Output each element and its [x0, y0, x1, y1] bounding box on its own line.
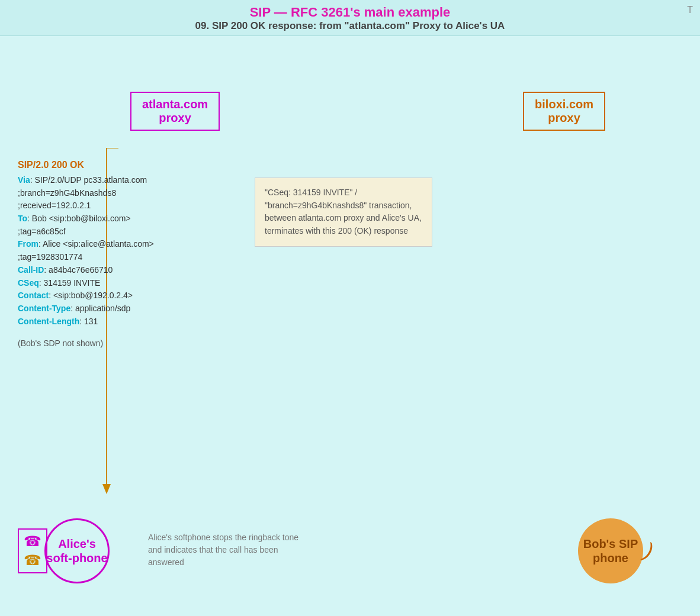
alice-circle: Alice's soft-phone — [44, 518, 110, 583]
alice-description: Alice's softphone stops the ringback ton… — [148, 531, 308, 569]
info-box: "CSeq: 314159 INVITE" / "branch=z9hG4bKn… — [255, 178, 432, 247]
sip-content-length: Content-Length: 131 — [18, 315, 231, 328]
atlanta-proxy-box: atlanta.comproxy — [130, 92, 220, 131]
sip-cseq: CSeq: 314159 INVITE — [18, 277, 231, 290]
biloxi-proxy-box: biloxi.comproxy — [523, 92, 605, 131]
bob-circle: Bob's SIP phone — [578, 518, 643, 583]
alice-softphone: ☎ ☎ Alice's soft-phone — [18, 518, 110, 583]
sip-from: From: Alice <sip:alice@atlanta.com> ;tag… — [18, 238, 231, 263]
sip-status-line: SIP/2.0 200 OK — [18, 160, 231, 170]
atlanta-proxy-label: atlanta.comproxy — [142, 98, 208, 124]
alice-phone-box: ☎ ☎ — [18, 528, 47, 573]
alice-description-text: Alice's softphone stops the ringback ton… — [148, 533, 298, 567]
alice-label: Alice's soft-phone — [46, 537, 108, 565]
corner-label: T — [687, 5, 693, 15]
bob-sip-phone: Bob's SIP phone ) — [578, 518, 653, 583]
svg-marker-1 — [102, 484, 111, 494]
sip-via: Via: SIP/2.0/UDP pc33.atlanta.com ;branc… — [18, 174, 231, 212]
sip-callid: Call-ID: a84b4c76e66710 — [18, 264, 231, 277]
biloxi-proxy-label: biloxi.comproxy — [535, 98, 593, 124]
bob-label: Bob's SIP phone — [578, 537, 643, 565]
info-box-text: "CSeq: 314159 INVITE" / "branch=z9hG4bKn… — [265, 188, 422, 236]
sdp-note: (Bob's SDP not shown) — [18, 338, 231, 348]
sip-message-block: SIP/2.0 200 OK Via: SIP/2.0/UDP pc33.atl… — [18, 160, 231, 348]
page-title: SIP — RFC 3261's main example — [0, 5, 700, 20]
sip-content-type: Content-Type: application/sdp — [18, 302, 231, 315]
header: SIP — RFC 3261's main example 09. SIP 20… — [0, 0, 700, 36]
page-subtitle: 09. SIP 200 OK response: from "atlanta.c… — [0, 20, 700, 32]
alice-phone-icon-top: ☎ — [24, 533, 41, 550]
sip-to: To: Bob <sip:bob@biloxi.com> ;tag=a6c85c… — [18, 212, 231, 238]
sip-contact: Contact: <sip:bob@192.0.2.4> — [18, 289, 231, 302]
alice-phone-icon-bottom: ☎ — [24, 552, 41, 569]
